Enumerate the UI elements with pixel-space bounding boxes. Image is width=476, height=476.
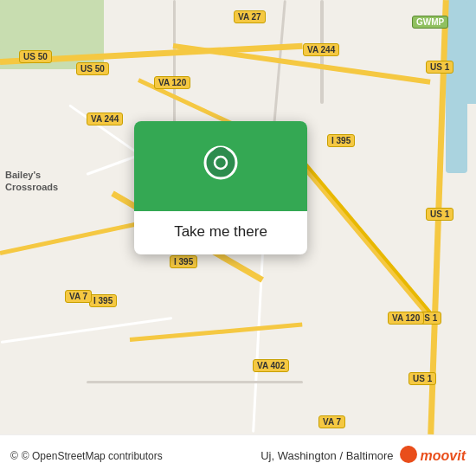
location-pin-icon [202, 145, 240, 190]
attribution: © © OpenStreetMap contributors [10, 450, 163, 462]
label-i395-a: I 395 [327, 134, 355, 147]
label-va402: VA 402 [253, 359, 289, 372]
popup-card: Take me there [134, 121, 307, 254]
location-info: Uj, Washington / Baltimore moovit [261, 445, 466, 467]
label-i395-c: I 395 [89, 294, 117, 307]
moovit-brand-text: moovit [421, 448, 466, 464]
label-va244-b: VA 244 [303, 43, 339, 56]
label-va120-b: VA 120 [388, 312, 424, 325]
road-lower-2 [87, 381, 303, 383]
label-va244: VA 244 [87, 113, 123, 125]
label-va7-a: VA 7 [65, 290, 92, 303]
take-me-there-button[interactable]: Take me there [134, 211, 307, 254]
popup-header [134, 121, 307, 211]
label-va27: VA 27 [234, 10, 266, 23]
moovit-pin-icon [399, 445, 418, 467]
moovit-logo: moovit [399, 445, 466, 467]
green-area-6 [0, 0, 52, 43]
label-gwmp: GWMP [412, 16, 448, 29]
copyright-symbol: © [10, 450, 18, 462]
bottom-bar: © © OpenStreetMap contributors Uj, Washi… [0, 434, 476, 476]
label-va7-b: VA 7 [318, 415, 345, 428]
label-us1-d: US 1 [408, 372, 436, 385]
label-us50-a: US 50 [19, 50, 52, 63]
map: VA 27 US 50 US 50 VA 120 VA 244 VA 244 U… [0, 0, 476, 476]
osm-attribution: © OpenStreetMap contributors [22, 450, 163, 462]
location-label: Uj, Washington / Baltimore [261, 449, 393, 462]
label-us1-a: US 1 [426, 61, 453, 74]
label-va120: VA 120 [154, 76, 190, 89]
water-2 [446, 0, 467, 173]
label-us50-b: US 50 [76, 62, 109, 75]
label-baileys: Bailey'sCrossroads [5, 169, 58, 194]
label-i395-b: I 395 [170, 255, 197, 268]
label-us1-b: US 1 [426, 208, 453, 221]
